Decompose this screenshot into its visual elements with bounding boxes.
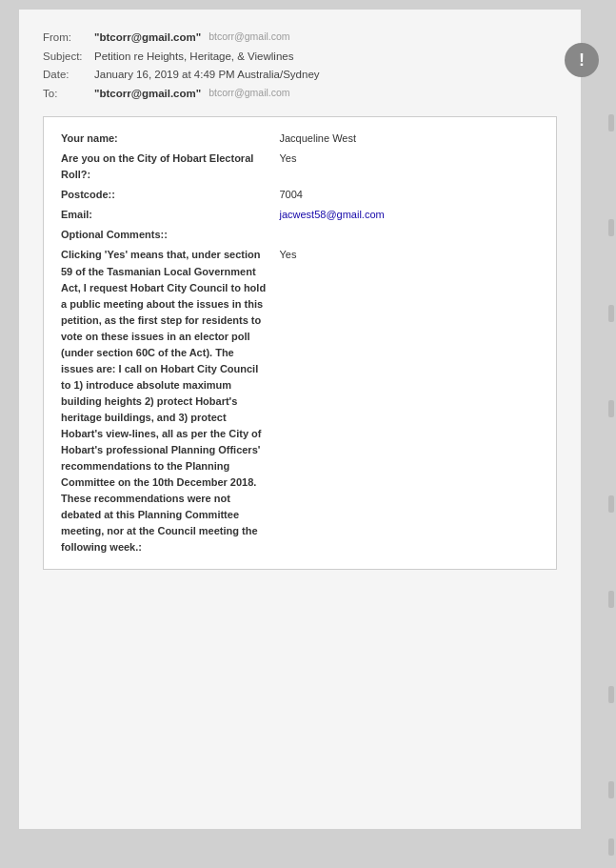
form-label-3: Email: [57,205,276,225]
form-row-2: Postcode::7004 [57,185,543,205]
form-label-5: Clicking 'Yes' means that, under section… [57,245,276,557]
from-address-bold: "btcorr@gmail.com" [94,29,201,48]
form-content-box: Your name:Jacqueline WestAre you on the … [43,116,557,570]
form-value-1: Yes [276,149,544,185]
to-row: To: "btcorr@gmail.com" btcorr@gmail.com [43,85,557,104]
subject-row: Subject: Petition re Heights, Heritage, … [43,48,557,67]
form-value-5: Yes [276,245,544,557]
date-text: January 16, 2019 at 4:49 PM Australia/Sy… [94,66,320,85]
from-row: From: "btcorr@gmail.com" btcorr@gmail.co… [43,29,557,48]
border-mark-6 [608,591,614,608]
alert-badge: ! [565,43,599,77]
email-link-3[interactable]: jacwest58@gmail.com [280,209,385,220]
form-row-0: Your name:Jacqueline West [57,129,543,149]
border-mark-9 [608,838,614,856]
form-table: Your name:Jacqueline WestAre you on the … [57,129,543,557]
form-value-4 [276,225,544,245]
from-address-light: btcorr@gmail.com [209,29,289,48]
form-value-0: Jacqueline West [276,129,544,149]
from-label: From: [43,29,90,48]
subject-text: Petition re Heights, Heritage, & Viewlin… [94,48,293,67]
border-mark-2 [608,219,614,236]
border-mark-7 [608,686,614,703]
border-mark-4 [608,400,614,417]
subject-label: Subject: [43,48,90,67]
border-mark-1 [608,114,614,131]
right-border-marks [603,0,616,868]
to-address-bold: "btcorr@gmail.com" [94,85,201,104]
form-row-3: Email:jacwest58@gmail.com [57,205,543,225]
form-label-4: Optional Comments:: [57,225,276,245]
form-value-3: jacwest58@gmail.com [276,205,544,225]
form-label-1: Are you on the City of Hobart Electoral … [57,149,276,185]
border-mark-5 [608,495,614,513]
form-row-5: Clicking 'Yes' means that, under section… [57,245,543,557]
form-row-4: Optional Comments:: [57,225,543,245]
border-mark-8 [608,781,614,798]
to-address-light: btcorr@gmail.com [209,85,289,104]
form-row-1: Are you on the City of Hobart Electoral … [57,149,543,185]
form-label-0: Your name: [57,129,276,149]
border-mark-3 [608,305,614,322]
form-value-2: 7004 [276,185,544,205]
date-label: Date: [43,66,90,85]
date-row: Date: January 16, 2019 at 4:49 PM Austra… [43,66,557,85]
alert-icon: ! [579,50,585,71]
email-header: From: "btcorr@gmail.com" btcorr@gmail.co… [43,29,557,103]
email-page: From: "btcorr@gmail.com" btcorr@gmail.co… [19,10,581,829]
form-label-2: Postcode:: [57,185,276,205]
to-label: To: [43,85,90,104]
